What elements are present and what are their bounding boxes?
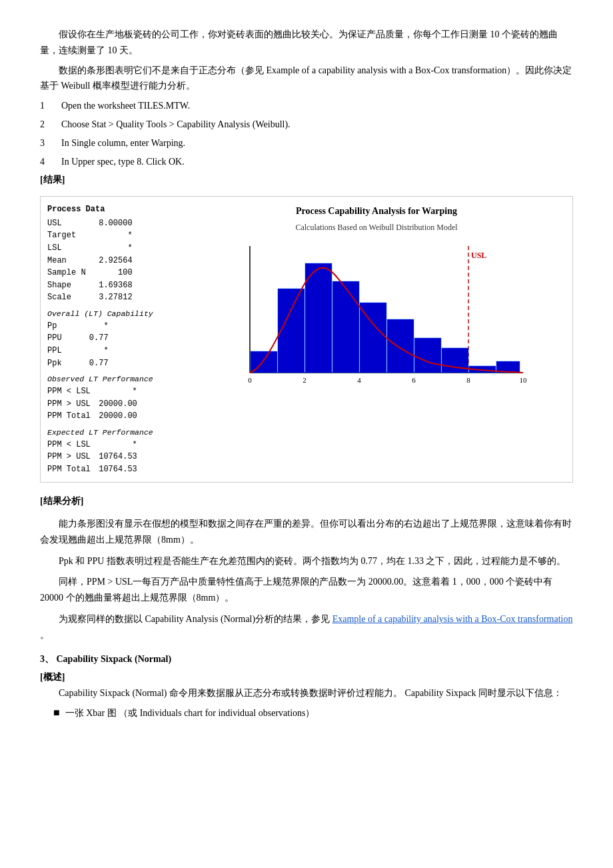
bullet-text: 一张 Xbar 图 （或 Individuals chart for indiv…: [65, 705, 315, 721]
pd-row-lsl: LSL*: [47, 242, 137, 255]
pd-row-samplen: Sample N100: [47, 267, 137, 279]
svg-rect-12: [305, 263, 332, 373]
section3-para: Capability Sixpack (Normal) 命令用来数据服从正态分布…: [40, 685, 573, 701]
step-4-text: In Upper spec, type 8. Click OK.: [61, 154, 185, 170]
bullet-icon: ■: [53, 705, 60, 720]
intro-para1: 假设你在生产地板瓷砖的公司工作，你对瓷砖表面的翘曲比较关心。为保证产品质量，你每…: [40, 27, 573, 59]
analysis-para-3: 同样，PPM > USL一每百万产品中质量特性值高于上规范界限的产品数一为 20…: [40, 574, 573, 606]
svg-text:6: 6: [412, 376, 416, 384]
step-3-num: 3: [40, 135, 53, 151]
exp-total: PPM Total10764.53: [47, 463, 141, 476]
box-cox-link[interactable]: Example of a capability analysis with a …: [332, 614, 573, 624]
cap-ppk: Ppk0.77: [47, 357, 113, 370]
pd-row-usl: USL8.00000: [47, 217, 137, 230]
exp-lsl: PPM < LSL*: [47, 439, 141, 451]
obs-total: PPM Total20000.00: [47, 410, 141, 423]
step-3: 3 In Single column, enter Warping.: [40, 135, 573, 151]
step-2-num: 2: [40, 117, 53, 133]
observed-table: PPM < LSL* PPM > USL20000.00 PPM Total20…: [47, 385, 141, 423]
svg-text:10: 10: [520, 376, 528, 384]
section3-sub: [概述]: [40, 669, 573, 685]
obs-lsl: PPM < LSL*: [47, 385, 141, 398]
intro-para2: 数据的条形图表明它们不是来自于正态分布（参见 Example of a capa…: [40, 63, 573, 95]
pd-main-table: USL8.00000 Target* LSL* Mean2.92564 Samp…: [47, 217, 137, 304]
svg-text:0: 0: [248, 376, 252, 384]
result-analysis-label: [结果分析]: [40, 493, 573, 509]
expected-table: PPM < LSL* PPM > USL10764.53 PPM Total10…: [47, 439, 141, 476]
step-4-num: 4: [40, 154, 53, 170]
overall-header: Overall (LT) Capability: [47, 308, 181, 320]
obs-usl: PPM > USL20000.00: [47, 398, 141, 411]
chart-title: Process Capability Analysis for Warping: [296, 203, 457, 219]
bullet-item-xbar: ■ 一张 Xbar 图 （或 Individuals chart for ind…: [53, 705, 573, 721]
step-1-text: Open the worksheet TILES.MTW.: [61, 98, 190, 114]
cap-ppl: PPL*: [47, 345, 113, 357]
svg-rect-13: [332, 281, 359, 373]
chart-area: Process Capability Analysis for Warping …: [181, 203, 566, 475]
process-data-panel: Process Data USL8.00000 Target* LSL* Mea…: [47, 203, 181, 475]
expected-header: Expected LT Performance: [47, 427, 181, 439]
svg-text:4: 4: [357, 376, 361, 384]
pd-row-mean: Mean2.92564: [47, 255, 137, 267]
step-2: 2 Choose Stat > Quality Tools > Capabili…: [40, 117, 573, 133]
steps-list: 1 Open the worksheet TILES.MTW. 2 Choose…: [40, 98, 573, 169]
observed-header: Observed LT Performance: [47, 373, 181, 385]
svg-rect-11: [278, 289, 305, 373]
pd-row-target: Target*: [47, 229, 137, 242]
step-3-text: In Single column, enter Warping.: [61, 135, 185, 151]
svg-rect-16: [414, 338, 441, 373]
step-4: 4 In Upper spec, type 8. Click OK.: [40, 154, 573, 170]
pd-title: Process Data: [47, 203, 181, 216]
result-label: [结果]: [40, 172, 573, 188]
svg-text:USL: USL: [471, 251, 486, 260]
step-2-text: Choose Stat > Quality Tools > Capability…: [61, 117, 291, 133]
step-1: 1 Open the worksheet TILES.MTW.: [40, 98, 573, 114]
section3-heading: 3、 Capability Sixpack (Normal): [40, 651, 573, 667]
chart-plot: 0 2 4 6 8 10 USL: [187, 239, 566, 399]
step-1-num: 1: [40, 98, 53, 114]
cap-ppu: PPU0.77: [47, 332, 113, 345]
svg-rect-15: [387, 319, 414, 373]
svg-text:2: 2: [303, 376, 306, 384]
chart-container: Process Data USL8.00000 Target* LSL* Mea…: [40, 196, 573, 483]
cap-pp: Pp*: [47, 320, 113, 333]
exp-usl: PPM > USL10764.53: [47, 451, 141, 463]
result-analysis: 能力条形图没有显示在假想的模型和数据之间存在严重的差异。但你可以看出分布的右边超…: [40, 516, 573, 643]
histogram-svg: 0 2 4 6 8 10 USL: [187, 239, 566, 399]
analysis-para-4: 为观察同样的数据以 Capability Analysis (Normal)分析…: [40, 611, 573, 643]
analysis-para-2: Ppk 和 PPU 指数表明过程是否能生产在允差范围内的瓷砖。两个指数均为 0.…: [40, 553, 573, 569]
pd-row-shape: Shape1.69368: [47, 279, 137, 292]
svg-text:8: 8: [466, 376, 470, 384]
capability-table: Pp* PPU0.77 PPL* Ppk0.77: [47, 320, 113, 369]
analysis-para-1: 能力条形图没有显示在假想的模型和数据之间存在严重的差异。但你可以看出分布的右边超…: [40, 516, 573, 548]
chart-subtitle: Calculations Based on Weibull Distributi…: [295, 221, 457, 234]
pd-row-scale: Scale3.27812: [47, 291, 137, 304]
